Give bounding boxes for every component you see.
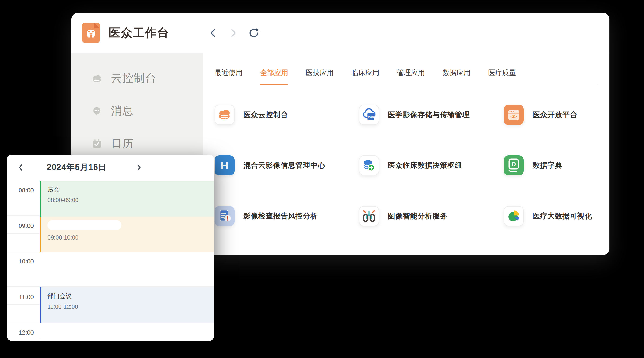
cloud-console-app-icon (215, 105, 234, 125)
sidebar-item-label: 消息 (111, 104, 134, 118)
time-label: 08:00 (7, 187, 34, 194)
app-label: 图像智能分析服务 (388, 211, 448, 221)
event-title: 晨会 (48, 185, 214, 193)
event-time: 09:00-10:00 (48, 234, 214, 241)
time-label: 09:00 (7, 222, 34, 229)
app-item-medical-image-storage[interactable]: Mas 医学影像存储与传输管理 (359, 105, 504, 125)
svg-text:D: D (512, 161, 516, 168)
window-title: 医众工作台 (109, 25, 169, 41)
tab-all-apps[interactable]: 全部应用 (260, 68, 288, 85)
app-label: 医众临床数据决策枢纽 (388, 161, 462, 170)
message-icon (91, 105, 102, 117)
open-platform-icon: </> (504, 105, 524, 125)
calendar-icon (91, 138, 102, 149)
svg-text:</>: </> (510, 114, 517, 119)
calendar-prev-day-button[interactable] (16, 163, 26, 172)
app-label: 医疗大数据可视化 (532, 211, 592, 221)
svg-text:Mas: Mas (368, 115, 374, 119)
tab-recently-used[interactable]: 最近使用 (214, 68, 242, 85)
app-item-clinical-data-hub[interactable]: 医众临床数据决策枢纽 (359, 156, 504, 176)
app-item-report-risk-analysis[interactable]: 影像检查报告风控分析 (214, 206, 359, 226)
app-item-image-ai-analysis[interactable]: 图像智能分析服务 (359, 206, 504, 226)
time-label: 11:00 (7, 293, 34, 301)
sidebar-item-label: 日历 (111, 136, 134, 151)
forward-icon (229, 28, 238, 38)
refresh-button[interactable] (248, 27, 260, 38)
app-item-hybrid-cloud-center[interactable]: H 混合云影像信息管理中心 (214, 156, 359, 176)
app-label: 混合云影像信息管理中心 (243, 161, 325, 170)
hybrid-cloud-h-icon: H (214, 156, 234, 176)
sidebar-item-cloud-console[interactable]: 云控制台 (72, 62, 203, 95)
time-label: 10:00 (7, 258, 34, 265)
tab-medtech-apps[interactable]: 医技应用 (306, 68, 334, 85)
chevron-left-icon (17, 164, 25, 172)
app-item-cloud-console[interactable]: 医众云控制台 (214, 105, 359, 125)
image-ai-analysis-icon (360, 206, 378, 226)
calendar-header: 2024年5月16日 (7, 155, 214, 180)
svg-text:H: H (220, 159, 228, 172)
nav-controls (207, 13, 260, 53)
back-icon (208, 28, 218, 38)
refresh-icon (248, 27, 260, 38)
window-header: 医众工作台 (72, 13, 609, 53)
sidebar-item-messages[interactable]: 消息 (72, 95, 203, 127)
data-dictionary-icon: D (504, 156, 524, 176)
app-item-open-platform[interactable]: </> 医众开放平台 (504, 105, 598, 125)
event-title-redacted-pill (48, 220, 122, 230)
calendar-schedule: 08:00 09:00 10:00 11:00 12:00 晨会 08:00-0… (7, 180, 214, 340)
app-label: 影像检查报告风控分析 (243, 211, 318, 221)
forward-button[interactable] (228, 27, 239, 38)
half-hour-row (7, 251, 214, 269)
content-area: 最近使用 全部应用 医技应用 临床应用 管理应用 数据应用 医疗质量 (203, 53, 609, 255)
half-hour-row (7, 269, 214, 287)
report-risk-analysis-icon (214, 206, 234, 226)
calendar-event-morning-meeting[interactable]: 晨会 08:00-09:00 (40, 181, 214, 216)
event-title: 部门会议 (48, 292, 214, 300)
half-hour-row (7, 323, 214, 340)
app-label: 数据字典 (532, 161, 562, 170)
app-item-data-dictionary[interactable]: D 数据字典 (504, 156, 598, 176)
app-label: 医众云控制台 (243, 110, 288, 120)
app-logo-icon (82, 23, 100, 43)
app-label: 医众开放平台 (532, 110, 577, 120)
event-time: 11:00-12:00 (48, 303, 214, 310)
calendar-event-department-meeting[interactable]: 部门会议 11:00-12:00 (40, 287, 214, 323)
tab-clinical-apps[interactable]: 临床应用 (351, 68, 379, 85)
app-grid: 医众云控制台 Mas 医学影像存储与传输管理 (214, 85, 598, 226)
tab-data-apps[interactable]: 数据应用 (442, 68, 470, 85)
sidebar-item-label: 云控制台 (111, 71, 156, 85)
app-item-big-data-visualization[interactable]: 医疗大数据可视化 (504, 206, 598, 226)
event-time: 08:00-09:00 (48, 197, 214, 203)
calendar-date-label: 2024年5月16日 (35, 155, 119, 180)
chevron-right-icon (135, 164, 142, 172)
medical-image-storage-icon: Mas (360, 105, 378, 125)
desktop-background: { "window": { "title": "医众工作台" }, "sideb… (0, 0, 644, 358)
tab-medical-quality[interactable]: 医疗质量 (488, 68, 516, 85)
calendar-panel: 2024年5月16日 08:00 09:00 10:00 11:00 12:00… (7, 155, 214, 341)
time-label: 12:00 (7, 329, 34, 336)
clinical-data-hub-icon (360, 156, 378, 176)
app-label: 医学影像存储与传输管理 (388, 110, 470, 120)
big-data-visualization-icon (504, 206, 523, 226)
cloud-console-icon (91, 73, 102, 84)
tab-management-apps[interactable]: 管理应用 (397, 68, 425, 85)
back-button[interactable] (207, 27, 218, 38)
calendar-event-redacted[interactable]: 09:00-10:00 (40, 216, 214, 252)
app-category-tabs: 最近使用 全部应用 医技应用 临床应用 管理应用 数据应用 医疗质量 (214, 53, 598, 85)
calendar-next-day-button[interactable] (134, 163, 144, 172)
